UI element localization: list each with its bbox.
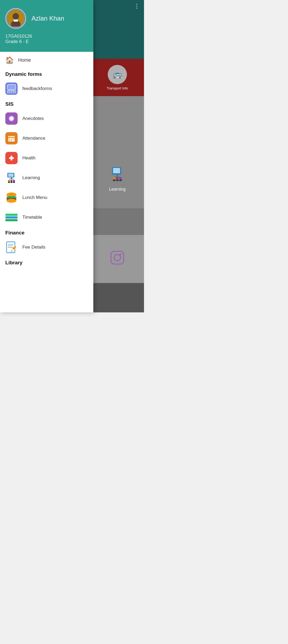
svg-rect-56 bbox=[8, 246, 13, 246]
svg-point-14 bbox=[13, 13, 19, 19]
nav-item-feedbackforms[interactable]: feedbackforms bbox=[0, 79, 93, 99]
svg-rect-52 bbox=[5, 216, 18, 218]
anecdotes-label: Anecdotes bbox=[22, 116, 44, 121]
svg-point-38 bbox=[8, 180, 10, 182]
timetable-icon bbox=[5, 211, 18, 223]
svg-rect-26 bbox=[13, 139, 14, 140]
svg-point-8 bbox=[119, 177, 122, 180]
section-sis: SIS Anecdotes bbox=[0, 99, 93, 227]
lunch-icon bbox=[5, 191, 18, 204]
right-learning-section[interactable]: Learning bbox=[91, 150, 144, 208]
svg-rect-19 bbox=[8, 91, 10, 92]
svg-rect-41 bbox=[10, 182, 13, 183]
attendance-label: Attendance bbox=[22, 136, 45, 141]
svg-point-11 bbox=[114, 254, 121, 261]
section-library: Library bbox=[0, 257, 93, 267]
svg-rect-27 bbox=[9, 140, 10, 141]
svg-rect-5 bbox=[113, 179, 115, 181]
nav-section: 🏠 Home Dynamic forms bbox=[0, 52, 93, 269]
user-header: Azlan Khan 17GA010126 Grade 6 - E bbox=[0, 0, 93, 52]
transport-circle: 🚌 bbox=[108, 65, 127, 84]
section-dynamic-forms: Dynamic forms feedbackforms bbox=[0, 69, 93, 99]
svg-rect-37 bbox=[9, 179, 13, 179]
feedbackforms-label: feedbackforms bbox=[22, 86, 52, 91]
svg-rect-51 bbox=[5, 214, 18, 216]
section-header-sis: SIS bbox=[0, 99, 93, 109]
left-panel: Azlan Khan 17GA010126 Grade 6 - E 🏠 Home… bbox=[0, 0, 93, 312]
svg-point-47 bbox=[11, 194, 12, 195]
nav-item-attendance[interactable]: Attendance bbox=[0, 128, 93, 148]
anecdotes-icon bbox=[5, 112, 18, 125]
right-header: ⋮ bbox=[91, 0, 144, 59]
svg-rect-9 bbox=[119, 179, 122, 181]
svg-rect-24 bbox=[9, 139, 10, 140]
nav-item-fee[interactable]: Fee Details bbox=[0, 237, 93, 257]
svg-rect-33 bbox=[9, 157, 14, 159]
svg-rect-28 bbox=[11, 140, 12, 141]
more-options-button[interactable]: ⋮ bbox=[134, 3, 140, 10]
nav-item-lunch[interactable]: Lunch Menu bbox=[0, 188, 93, 207]
svg-rect-23 bbox=[8, 137, 15, 138]
nav-item-learning[interactable]: Learning bbox=[0, 168, 93, 188]
svg-rect-29 bbox=[10, 135, 10, 136]
learning-icon bbox=[5, 172, 18, 184]
svg-rect-57 bbox=[8, 247, 13, 248]
nav-item-anecdotes[interactable]: Anecdotes bbox=[0, 109, 93, 128]
svg-rect-55 bbox=[8, 244, 14, 245]
health-icon bbox=[5, 152, 18, 164]
home-icon: 🏠 bbox=[5, 56, 14, 64]
svg-point-50 bbox=[7, 199, 17, 203]
svg-rect-7 bbox=[116, 179, 119, 181]
nav-item-timetable[interactable]: Timetable bbox=[0, 207, 93, 227]
svg-point-6 bbox=[116, 177, 119, 180]
lunch-label: Lunch Menu bbox=[22, 195, 47, 200]
svg-point-42 bbox=[13, 180, 15, 182]
svg-rect-35 bbox=[8, 174, 14, 177]
svg-rect-30 bbox=[13, 135, 13, 136]
learning-svg-icon bbox=[109, 166, 125, 181]
svg-rect-53 bbox=[5, 219, 18, 221]
home-nav-item[interactable]: 🏠 Home bbox=[0, 52, 93, 69]
avatar bbox=[5, 8, 26, 29]
timetable-label: Timetable bbox=[22, 215, 42, 220]
right-instagram-section[interactable] bbox=[91, 235, 144, 283]
user-id: 17GA010126 bbox=[5, 34, 88, 39]
bus-icon: 🚌 bbox=[113, 70, 122, 79]
learning-label-right: Learning bbox=[109, 187, 126, 192]
user-grade: Grade 6 - E bbox=[5, 39, 88, 44]
svg-rect-2 bbox=[117, 175, 118, 177]
fee-icon bbox=[5, 241, 18, 253]
svg-rect-36 bbox=[11, 177, 12, 179]
section-finance: Finance bbox=[0, 227, 93, 257]
svg-rect-25 bbox=[11, 139, 12, 140]
svg-point-45 bbox=[10, 194, 11, 195]
svg-rect-21 bbox=[13, 91, 15, 92]
svg-rect-16 bbox=[14, 19, 18, 22]
attendance-icon bbox=[5, 132, 18, 144]
svg-point-12 bbox=[120, 254, 121, 255]
section-header-finance: Finance bbox=[0, 227, 93, 237]
svg-rect-10 bbox=[111, 251, 124, 264]
svg-rect-43 bbox=[13, 182, 15, 183]
svg-rect-1 bbox=[113, 168, 120, 173]
svg-point-46 bbox=[12, 194, 14, 194]
transport-section[interactable]: 🚌 Transport Info bbox=[91, 59, 144, 96]
fee-label: Fee Details bbox=[22, 245, 45, 250]
section-header-dynamic-forms: Dynamic forms bbox=[0, 69, 93, 79]
learning-label: Learning bbox=[22, 175, 40, 180]
anecdotes-circle-icon bbox=[9, 116, 14, 121]
svg-point-4 bbox=[113, 177, 115, 180]
nav-item-health[interactable]: Health bbox=[0, 148, 93, 168]
svg-rect-17 bbox=[7, 84, 16, 90]
learning-large-icon bbox=[109, 166, 125, 184]
home-label: Home bbox=[18, 57, 31, 63]
svg-point-40 bbox=[10, 180, 13, 182]
instagram-icon bbox=[110, 251, 124, 267]
screen: 11:59:45 🔔 🔵 0.11 KB/S 📶 📡 37% ⋮ 🚌 Trans… bbox=[0, 0, 144, 8]
section-header-library: Library bbox=[0, 257, 93, 267]
user-name: Azlan Khan bbox=[31, 15, 64, 22]
svg-rect-20 bbox=[11, 91, 12, 92]
health-label: Health bbox=[22, 155, 35, 161]
right-panel: ⋮ 🚌 Transport Info bbox=[91, 0, 144, 312]
svg-rect-39 bbox=[8, 182, 10, 183]
